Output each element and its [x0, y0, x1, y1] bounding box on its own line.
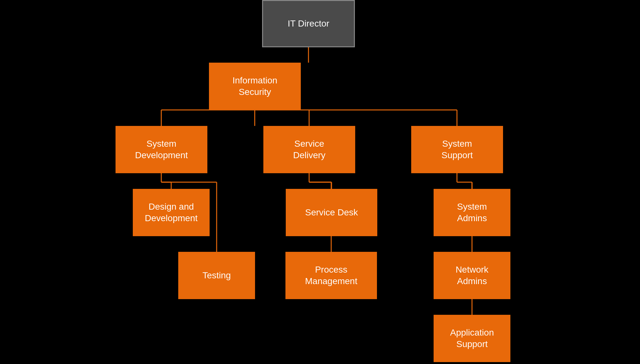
- node-design-development-label: Design and Development: [145, 201, 198, 224]
- node-design-development: Design and Development: [133, 189, 210, 236]
- node-information-security-label: Information Security: [232, 75, 277, 98]
- node-service-delivery-label: Service Delivery: [293, 138, 325, 161]
- node-system-development-label: System Development: [135, 138, 188, 161]
- node-system-development: System Development: [116, 126, 207, 173]
- org-chart: IT Director Information Security System …: [0, 0, 640, 364]
- node-system-admins-label: System Admins: [457, 201, 487, 224]
- node-testing-label: Testing: [203, 270, 231, 281]
- node-service-delivery: Service Delivery: [263, 126, 355, 173]
- node-application-support-label: Application Support: [450, 327, 494, 350]
- node-testing: Testing: [178, 252, 255, 299]
- node-it-director: IT Director: [262, 0, 355, 47]
- node-process-management-label: Process Management: [305, 264, 357, 287]
- connector-lines: [0, 0, 640, 364]
- node-service-desk: Service Desk: [286, 189, 377, 236]
- node-network-admins: Network Admins: [434, 252, 510, 299]
- node-system-admins: System Admins: [434, 189, 510, 236]
- node-information-security: Information Security: [209, 63, 301, 110]
- node-network-admins-label: Network Admins: [456, 264, 489, 287]
- node-process-management: Process Management: [285, 252, 377, 299]
- node-application-support: Application Support: [434, 315, 510, 362]
- node-system-support-label: System Support: [441, 138, 473, 161]
- node-service-desk-label: Service Desk: [305, 207, 358, 218]
- node-system-support: System Support: [411, 126, 503, 173]
- node-it-director-label: IT Director: [288, 18, 329, 29]
